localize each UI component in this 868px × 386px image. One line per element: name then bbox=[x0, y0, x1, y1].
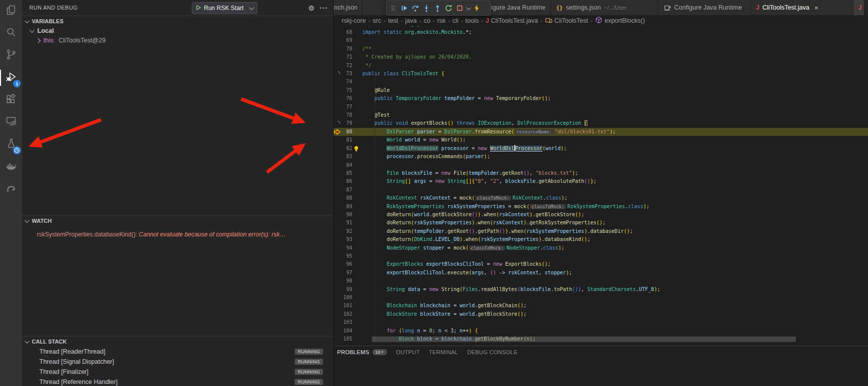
line-number[interactable]: 102 bbox=[341, 310, 352, 318]
variables-scope-local[interactable]: Local bbox=[22, 26, 333, 35]
code-line-73[interactable]: 73public class CliToolsTest { bbox=[333, 70, 868, 78]
bp-current-icon[interactable] bbox=[333, 128, 341, 136]
code-line-70[interactable]: 70/** bbox=[333, 45, 868, 53]
line-number[interactable]: 73 bbox=[341, 70, 352, 78]
code-text[interactable] bbox=[362, 161, 868, 169]
activity-button-gradle-elephant[interactable] bbox=[0, 178, 22, 200]
activity-button-search[interactable] bbox=[0, 22, 22, 44]
line-number[interactable]: 72 bbox=[341, 62, 352, 70]
line-number[interactable]: 77 bbox=[341, 103, 352, 111]
stop-button[interactable] bbox=[454, 2, 465, 14]
editor-tab-nch-json[interactable]: nch.json bbox=[333, 0, 362, 15]
line-number[interactable]: 94 bbox=[341, 244, 352, 252]
line-number[interactable]: 93 bbox=[341, 235, 352, 244]
panel-tab-terminal[interactable]: TERMINAL bbox=[429, 349, 458, 355]
code-text[interactable]: Blockchain blockchain = world.getBlockCh… bbox=[362, 302, 868, 310]
activity-button-source-control[interactable] bbox=[0, 44, 22, 67]
code-text[interactable] bbox=[362, 36, 868, 44]
call-stack-thread-row[interactable]: Thread [Reference Handler]RUNNING bbox=[22, 377, 333, 386]
code-line-88[interactable]: 88 RskContext rskContext = mock(classToM… bbox=[333, 194, 868, 202]
code-text[interactable]: public void exportBlocks() throws IOExce… bbox=[362, 119, 868, 127]
editor-tab-clitoolstest-java[interactable]: JCliToolsTest.java× bbox=[751, 0, 853, 15]
line-number[interactable]: 99 bbox=[341, 285, 352, 294]
code-line-98[interactable]: 98 bbox=[333, 277, 868, 285]
gutter-glyph-margin[interactable] bbox=[333, 169, 341, 177]
line-number[interactable]: 76 bbox=[341, 94, 352, 103]
activity-button-testing-flask[interactable] bbox=[0, 133, 22, 156]
editor-tab-settings-json[interactable]: {}settings.json~/.../User bbox=[551, 0, 658, 15]
stop-menu-chevron[interactable] bbox=[465, 2, 471, 14]
step-out-button[interactable] bbox=[432, 2, 443, 14]
gutter-glyph-margin[interactable] bbox=[333, 318, 341, 326]
code-line-80[interactable]: 80 DslParser parser = DslParser.fromReso… bbox=[333, 128, 868, 136]
code-line-93[interactable]: 93 doReturn(DbKind.LEVEL_DB).when(rskSys… bbox=[333, 235, 868, 244]
activity-button-run-and-debug[interactable]: 1 bbox=[0, 67, 22, 89]
code-text[interactable] bbox=[362, 103, 868, 111]
gutter-glyph-margin[interactable] bbox=[333, 94, 341, 103]
hot-code-replace-button[interactable] bbox=[471, 2, 482, 14]
call-stack-thread-row[interactable]: Thread [Signal Dispatcher]RUNNING bbox=[22, 357, 333, 367]
code-text[interactable] bbox=[362, 186, 868, 194]
code-text[interactable]: public TemporaryFolder tempFolder = new … bbox=[362, 94, 868, 103]
code-text[interactable] bbox=[362, 277, 868, 285]
code-text[interactable]: RskSystemProperties rskSystemProperties … bbox=[362, 203, 868, 211]
line-number[interactable]: 69 bbox=[341, 36, 352, 44]
breadcrumb-item[interactable]: co bbox=[423, 17, 430, 24]
call-stack-section-header[interactable]: CALL STACK bbox=[22, 336, 333, 347]
breadcrumb-item[interactable]: rskj-core bbox=[342, 17, 366, 24]
line-number[interactable]: 91 bbox=[341, 219, 352, 227]
gutter-glyph-margin[interactable] bbox=[333, 211, 341, 219]
code-line-90[interactable]: 90 doReturn(world.getBlockStore()).when(… bbox=[333, 211, 868, 219]
code-line-95[interactable]: 95 bbox=[333, 252, 868, 260]
code-text[interactable]: doReturn(DbKind.LEVEL_DB).when(rskSystem… bbox=[362, 235, 868, 244]
code-line-85[interactable]: 85 File blocksFile = new File(tempFolder… bbox=[333, 169, 868, 177]
code-line-76[interactable]: 76 public TemporaryFolder tempFolder = n… bbox=[333, 94, 868, 103]
code-text[interactable]: for (long n = 0; n < 3; n++) { bbox=[362, 327, 868, 335]
code-text[interactable]: doReturn(tempFolder.getRoot().getPath())… bbox=[362, 227, 868, 235]
code-text[interactable]: */ bbox=[362, 62, 868, 70]
breadcrumb-item[interactable]: tools bbox=[465, 17, 478, 24]
gutter-glyph-margin[interactable] bbox=[333, 78, 341, 86]
gutter-glyph-margin[interactable] bbox=[333, 177, 341, 185]
code-text[interactable]: ExportBlocks exportBlocksCliTool = new E… bbox=[362, 260, 868, 268]
code-text[interactable]: File blocksFile = new File(tempFolder.ge… bbox=[362, 169, 868, 177]
line-number[interactable]: 85 bbox=[341, 169, 352, 177]
code-line-68[interactable]: 68import static org.mockito.Mockito.*; bbox=[333, 28, 868, 36]
code-text[interactable]: String data = new String(Files.readAllBy… bbox=[362, 285, 868, 294]
spinner-icon[interactable] bbox=[333, 119, 341, 127]
line-number[interactable]: 82 bbox=[341, 144, 352, 153]
code-text[interactable] bbox=[362, 318, 868, 326]
continue-button[interactable] bbox=[399, 2, 410, 14]
code-text[interactable] bbox=[362, 294, 868, 302]
line-number[interactable]: 87 bbox=[341, 186, 352, 194]
gutter-glyph-margin[interactable] bbox=[333, 86, 341, 94]
line-number[interactable]: 92 bbox=[341, 227, 352, 235]
gutter-glyph-margin[interactable] bbox=[333, 277, 341, 285]
line-number[interactable]: 68 bbox=[341, 28, 352, 36]
code-text[interactable]: DslParser parser = DslParser.fromResourc… bbox=[362, 128, 868, 136]
code-text[interactable]: import static org.mockito.Mockito.*; bbox=[362, 28, 868, 36]
code-line-104[interactable]: 104 for (long n = 0; n < 3; n++) { bbox=[333, 327, 868, 335]
breadcrumb-item[interactable]: exportBlocks() bbox=[595, 16, 645, 25]
line-number[interactable]: 71 bbox=[341, 53, 352, 61]
variables-section-header[interactable]: VARIABLES bbox=[22, 16, 333, 26]
code-text[interactable]: String[] args = new String[]{"0", "2", b… bbox=[362, 177, 868, 185]
code-text[interactable]: exportBlocksCliTool.execute(args, () -> … bbox=[362, 269, 868, 277]
code-line-102[interactable]: 102 BlockStore blockStore = world.getBlo… bbox=[333, 310, 868, 318]
line-number[interactable]: 79 bbox=[341, 119, 352, 127]
gutter-glyph-margin[interactable] bbox=[333, 219, 341, 227]
gear-icon[interactable]: ⚙ bbox=[307, 4, 316, 13]
code-line-99[interactable]: 99 String data = new String(Files.readAl… bbox=[333, 285, 868, 294]
code-editor[interactable]: 67import static org.junit.Assert.*;68imp… bbox=[333, 20, 868, 344]
gutter-glyph-margin[interactable] bbox=[333, 310, 341, 318]
activity-button-extensions[interactable] bbox=[0, 89, 22, 111]
code-text[interactable]: doReturn(world.getBlockStore()).when(rsk… bbox=[362, 211, 868, 219]
line-number[interactable]: 101 bbox=[341, 302, 352, 310]
gutter-glyph-margin[interactable] bbox=[333, 111, 341, 119]
breadcrumb-item[interactable]: java bbox=[405, 17, 417, 24]
step-into-button[interactable] bbox=[421, 2, 432, 14]
code-line-72[interactable]: 72 */ bbox=[333, 62, 868, 70]
breadcrumb-item[interactable]: CliToolsTest bbox=[545, 16, 588, 25]
gutter-glyph-margin[interactable] bbox=[333, 227, 341, 235]
code-text[interactable]: BlockStore blockStore = world.getBlockSt… bbox=[362, 310, 868, 318]
